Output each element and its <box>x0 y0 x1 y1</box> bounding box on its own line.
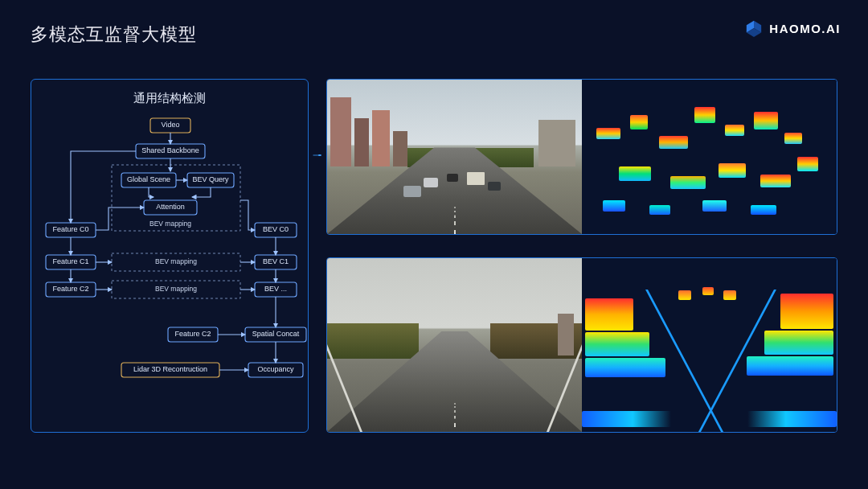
label-spatial-concat: Spatial Concat <box>252 330 300 338</box>
label-occupancy: Occupancy <box>257 365 294 373</box>
camera-view-bottom <box>327 258 582 432</box>
label-bev-c0: BEV C0 <box>263 225 289 233</box>
label-bev-mapping-2: BEV mapping <box>155 285 197 293</box>
camera-view-top <box>327 80 582 234</box>
label-bev-query: BEV Query <box>192 175 229 183</box>
label-feature-c1: Feature C1 <box>52 257 88 265</box>
result-panel-top <box>326 79 837 235</box>
label-feature-c2: Feature C2 <box>52 285 88 293</box>
label-feature-c2-b: Feature C2 <box>174 330 211 338</box>
label-bev-c1: BEV C1 <box>263 257 289 265</box>
pointcloud-view-bottom <box>582 258 837 432</box>
result-panel-bottom <box>326 257 837 433</box>
brand-logo: HAOMO.AI <box>745 19 841 37</box>
architecture-diagram: Video Shared Backbone BEV mapping Global… <box>31 80 309 434</box>
brand-logo-icon <box>745 19 763 37</box>
label-bev-dots: BEV ... <box>264 285 287 293</box>
label-global-scene: Global Scene <box>127 175 170 183</box>
label-feature-c0: Feature C0 <box>52 225 88 233</box>
slide-title: 多模态互监督大模型 <box>31 23 197 47</box>
label-backbone: Shared Backbone <box>141 146 199 154</box>
label-bev-mapping-group: BEV mapping <box>149 220 191 228</box>
connector-arrow-icon <box>309 154 326 156</box>
label-attention: Attention <box>156 203 185 211</box>
slide-root: 多模态互监督大模型 HAOMO.AI 通用结构检测 Video Share <box>0 0 868 489</box>
brand-logo-text: HAOMO.AI <box>769 22 841 35</box>
architecture-diagram-panel: 通用结构检测 Video Shared Backbone BEV mapping… <box>31 79 309 433</box>
label-video: Video <box>162 121 180 129</box>
label-lidar: Lidar 3D Recontruction <box>133 365 207 373</box>
label-bev-mapping-1: BEV mapping <box>155 257 197 265</box>
pointcloud-view-top <box>582 80 837 234</box>
